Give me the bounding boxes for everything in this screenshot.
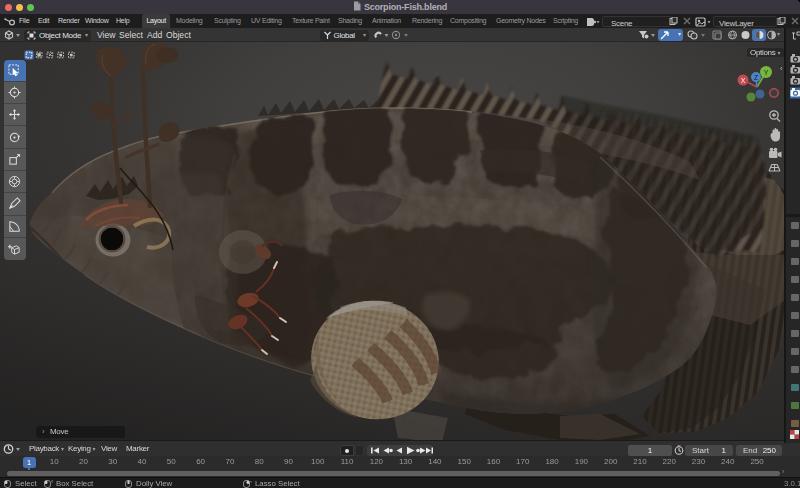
- svg-text:Y: Y: [764, 69, 769, 76]
- svg-text:X: X: [741, 77, 746, 84]
- svg-text:Z: Z: [754, 74, 758, 81]
